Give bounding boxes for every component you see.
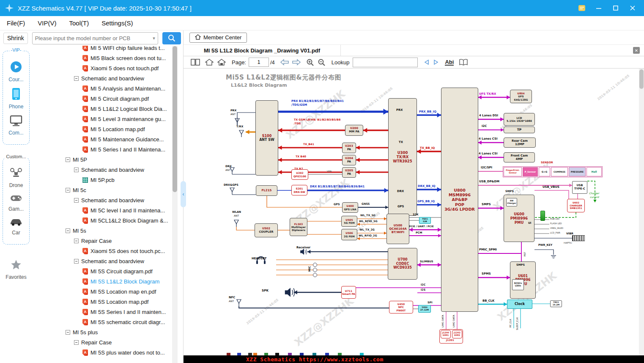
text-select-icon[interactable]: Abi: [445, 59, 454, 66]
close-document-icon[interactable]: ✕: [633, 47, 640, 54]
diagram-label: ANT: [230, 113, 236, 116]
tree-item[interactable]: AMI 5 L1&L2 Logical Block Dia...: [32, 104, 172, 114]
tree-item[interactable]: AMI 5 Location map.pdf: [32, 124, 172, 134]
tree-item[interactable]: AMI 5S schematic circuit diagr...: [32, 317, 172, 327]
tree-item[interactable]: MI 5s plus: [32, 327, 172, 337]
sidebar-item-drone[interactable]: Drone: [3, 167, 29, 188]
tree-item[interactable]: Repair Case: [32, 236, 172, 246]
menu-item-vip[interactable]: VIP(V): [38, 19, 56, 27]
tree-item[interactable]: AMI 5 Level 3 maintenance gu...: [32, 114, 172, 124]
lookup-input[interactable]: [353, 58, 418, 67]
tree-item[interactable]: AMI 5S Location map en.pdf: [32, 286, 172, 297]
tree-item[interactable]: Schematic and boardview: [32, 256, 172, 266]
collapse-icon[interactable]: [66, 330, 70, 335]
tree-item[interactable]: AMI 5 Maintenance Guidance...: [32, 134, 172, 144]
collapse-icon[interactable]: [66, 228, 70, 233]
tree-item[interactable]: AMI 5 Series I and II Maintena...: [32, 144, 172, 154]
page-number-input[interactable]: [249, 58, 269, 67]
tree-item[interactable]: MI 5P.pcb: [32, 175, 172, 185]
sidebar-item-favorites[interactable]: Favorites: [0, 259, 32, 280]
vip-badge-icon[interactable]: [577, 3, 586, 13]
tree-item[interactable]: MI 5s: [32, 226, 172, 236]
block-u502: U502COUPLER: [255, 223, 278, 237]
sidebar-item-label: Gam...: [8, 206, 24, 212]
diagram-label: RGB LED: [550, 218, 559, 220]
minimize-button[interactable]: [594, 3, 603, 13]
diagram-label: WL_TX_5G: [360, 214, 375, 217]
zoom-out-icon[interactable]: [318, 58, 326, 66]
model-search-combobox[interactable]: ▾: [32, 32, 158, 44]
menu-item-file[interactable]: File(F): [7, 19, 25, 27]
title-bar[interactable]: XZZ Schematics V4.77 [ VIP Due date: 202…: [0, 0, 644, 16]
tree-item-label: MI 5P.pcb: [90, 177, 115, 183]
panel-splitter[interactable]: ‹: [181, 181, 186, 207]
pdf-viewport[interactable]: Mi5S L1&L2逻辑框图&元器件分布图 L1&L2 Block Diagra…: [184, 69, 644, 355]
block-hall: Hall: [586, 167, 602, 176]
fit-width-icon[interactable]: [217, 58, 226, 66]
car-icon: [9, 217, 23, 228]
sidebar-item-course[interactable]: Cour...: [3, 60, 29, 82]
find-previous-icon[interactable]: [424, 59, 430, 65]
tree-item-label: Schematic and boardview: [81, 258, 144, 264]
menu-item-settings[interactable]: Settings(S): [101, 19, 133, 27]
tree-item[interactable]: AMI 5S Circuit diagram.pdf: [32, 266, 172, 276]
collapse-icon[interactable]: [74, 76, 79, 81]
maximize-button[interactable]: [611, 3, 620, 13]
model-search-input[interactable]: [33, 35, 153, 41]
book-view-icon[interactable]: [459, 59, 468, 66]
collapse-icon[interactable]: [74, 239, 79, 243]
sidebar-item-car[interactable]: Car: [3, 217, 29, 236]
sidebar-item-computer[interactable]: Com...: [3, 115, 29, 136]
pdf-file-icon: A: [82, 319, 88, 325]
tree-scrollbar-thumb[interactable]: [173, 46, 177, 192]
document-tab[interactable]: MI 5S L1L2 Block Diagram _Drawing V01.pd…: [184, 45, 341, 56]
collapse-icon[interactable]: [74, 259, 79, 264]
tree-item[interactable]: Schematic and boardview: [32, 165, 172, 175]
diagram-label: PMIC_SPMI: [479, 248, 497, 251]
tree-item[interactable]: AMI 5 Analysis and Maintenan...: [32, 83, 172, 94]
tree-item[interactable]: AMI 5 WIFI chip failure leads t...: [32, 46, 172, 53]
sidebar-item-phone[interactable]: Phone: [3, 88, 29, 110]
tree-item[interactable]: AMI 5S L1&L2 Block Diagram: [32, 276, 172, 286]
diagram-label: /TDS: [294, 122, 301, 125]
member-center-button[interactable]: Member Center: [189, 33, 247, 43]
two-page-view-icon[interactable]: [191, 58, 200, 66]
block-u506: U5062G FEM: [341, 229, 357, 240]
fit-page-icon[interactable]: [205, 58, 214, 66]
tree-item[interactable]: AMI 5 Circuit diagram.pdf: [32, 94, 172, 104]
tree-item[interactable]: AMI 5S Series I and II mainten...: [32, 307, 172, 317]
block-u200: U200MM PA: [345, 125, 363, 136]
chevron-down-icon[interactable]: ▾: [153, 36, 158, 41]
search-button[interactable]: [162, 32, 181, 44]
menu-item-tool[interactable]: Tool(T): [69, 19, 89, 27]
tree-item[interactable]: AMI 5CL1&L2 Block Diagram &...: [32, 215, 172, 226]
tree-item[interactable]: MI 5c: [32, 185, 172, 195]
legend-swatch: [300, 353, 304, 355]
find-next-icon[interactable]: [433, 59, 439, 65]
collapse-icon[interactable]: [66, 188, 70, 192]
tree-item[interactable]: Repair Case: [32, 337, 172, 347]
tree-item[interactable]: Schematic and boardview: [32, 195, 172, 205]
collapse-icon[interactable]: [74, 198, 79, 203]
shrink-button[interactable]: Shrink: [3, 33, 28, 44]
tree-item[interactable]: AMI 5S plus water does not to...: [32, 347, 172, 358]
tree-item[interactable]: Schematic and boardview: [32, 73, 172, 83]
sidebar-item-game[interactable]: Gam...: [3, 193, 29, 212]
tree-item[interactable]: AMI 5S Location map.pdf: [32, 297, 172, 307]
diagram-label: BB_CLK: [482, 300, 494, 302]
tree-item[interactable]: AXiaomi 5 does not touch.pdf: [32, 63, 172, 73]
close-button[interactable]: [628, 3, 637, 13]
tree-item[interactable]: AMI5 Black screen does not tu...: [32, 53, 172, 63]
zoom-in-icon[interactable]: [306, 58, 314, 66]
tree-scrollbar[interactable]: [172, 46, 178, 363]
tree-item[interactable]: AXiaomi 5S does not touch.pc...: [32, 246, 172, 256]
collapse-icon[interactable]: [74, 168, 79, 172]
tree-item[interactable]: MI 5P: [32, 154, 172, 165]
previous-page-icon[interactable]: [280, 59, 289, 66]
collapse-icon[interactable]: [66, 157, 70, 162]
pdf-toolbar: Page: /4 Lookup Abi: [184, 56, 644, 69]
collapse-icon[interactable]: [74, 340, 79, 345]
diagram-label: Receiver: [296, 246, 310, 249]
next-page-icon[interactable]: [292, 59, 301, 66]
tree-item[interactable]: AMI 5C level I and II maintena...: [32, 205, 172, 215]
